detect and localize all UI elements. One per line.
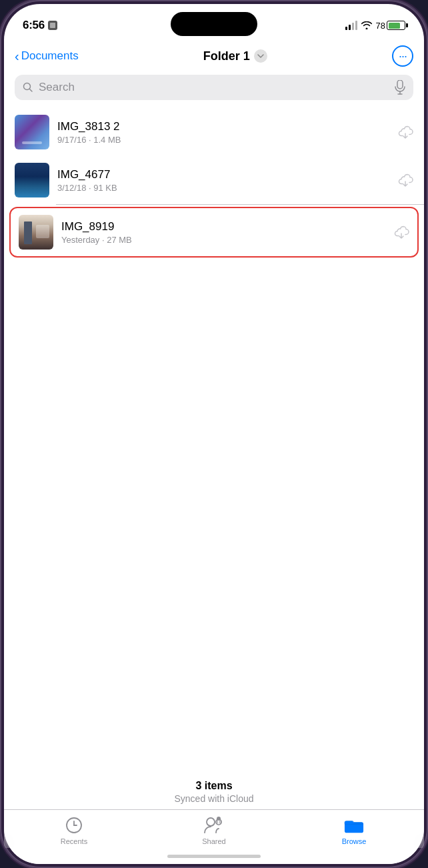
file-thumbnail	[15, 115, 49, 149]
file-meta: 9/17/16 · 1.4 MB	[57, 135, 389, 145]
screen: 6:56 78	[4, 4, 424, 864]
file-thumbnail	[19, 215, 53, 250]
tab-shared-label: Shared	[202, 837, 225, 845]
status-app-icon	[48, 21, 57, 30]
tab-browse-label: Browse	[342, 837, 367, 845]
file-info: IMG_3813 2 9/17/16 · 1.4 MB	[57, 120, 389, 145]
back-button[interactable]: ‹ Documents	[15, 49, 79, 63]
home-bar	[167, 855, 261, 858]
search-icon	[23, 82, 33, 93]
file-meta: 3/12/18 · 91 KB	[57, 183, 389, 193]
nav-title-area: Folder 1	[79, 49, 392, 63]
file-item-highlighted[interactable]: IMG_8919 Yesterday · 27 MB	[9, 207, 419, 258]
file-item[interactable]: IMG_4677 3/12/18 · 91 KB	[4, 156, 424, 204]
status-icons: 78	[345, 21, 405, 31]
more-options-button[interactable]: ···	[392, 45, 413, 67]
search-bar-container: Search	[4, 69, 424, 108]
file-info: IMG_8919 Yesterday · 27 MB	[61, 220, 385, 245]
svg-point-7	[207, 818, 215, 826]
tab-recents[interactable]: Recents	[51, 815, 97, 845]
items-footer: 3 items Synced with iCloud	[4, 769, 424, 809]
nav-bar: ‹ Documents Folder 1 ···	[4, 40, 424, 69]
phone-frame: 6:56 78	[0, 0, 428, 868]
signal-bars-icon	[345, 21, 357, 30]
file-name: IMG_8919	[61, 220, 385, 234]
sync-status: Synced with iCloud	[4, 793, 424, 804]
file-meta: Yesterday · 27 MB	[61, 235, 385, 245]
nav-dropdown-button[interactable]	[254, 49, 267, 63]
search-bar[interactable]: Search	[15, 75, 413, 100]
file-list: IMG_3813 2 9/17/16 · 1.4 MB IMG_4677 3/1…	[4, 108, 424, 439]
tab-recents-label: Recents	[61, 837, 87, 845]
items-count: 3 items	[4, 780, 424, 792]
svg-rect-1	[397, 80, 403, 89]
battery-fill	[389, 23, 401, 29]
battery-icon	[387, 21, 405, 30]
status-bar: 6:56 78	[4, 4, 424, 40]
battery-container: 78	[376, 21, 405, 31]
cloud-download-icon	[393, 225, 409, 240]
battery-text: 78	[376, 21, 385, 31]
tab-shared[interactable]: Shared	[191, 815, 237, 845]
content-area	[4, 439, 424, 770]
recents-icon	[64, 815, 84, 835]
back-chevron-icon: ‹	[15, 49, 19, 63]
nav-title: Folder 1	[203, 49, 250, 63]
svg-rect-12	[345, 821, 353, 824]
cloud-download-icon	[397, 125, 413, 139]
tab-bar: Recents Shared	[4, 809, 424, 848]
file-item[interactable]: IMG_3813 2 9/17/16 · 1.4 MB	[4, 108, 424, 156]
file-info: IMG_4677 3/12/18 · 91 KB	[57, 168, 389, 193]
wifi-icon	[361, 21, 372, 29]
more-options-label: ···	[399, 49, 407, 63]
file-name: IMG_3813 2	[57, 120, 389, 133]
shared-icon	[204, 815, 224, 835]
dynamic-island	[171, 12, 257, 36]
back-text: Documents	[21, 49, 79, 63]
cloud-download-icon	[397, 173, 413, 187]
search-input[interactable]: Search	[39, 81, 389, 94]
tab-browse[interactable]: Browse	[331, 815, 377, 845]
file-thumbnail	[15, 163, 49, 197]
status-time: 6:56	[23, 19, 45, 32]
svg-point-10	[217, 817, 221, 821]
file-name: IMG_4677	[57, 168, 389, 181]
home-indicator	[4, 848, 424, 864]
browse-icon	[344, 815, 364, 835]
microphone-icon[interactable]	[395, 80, 405, 95]
